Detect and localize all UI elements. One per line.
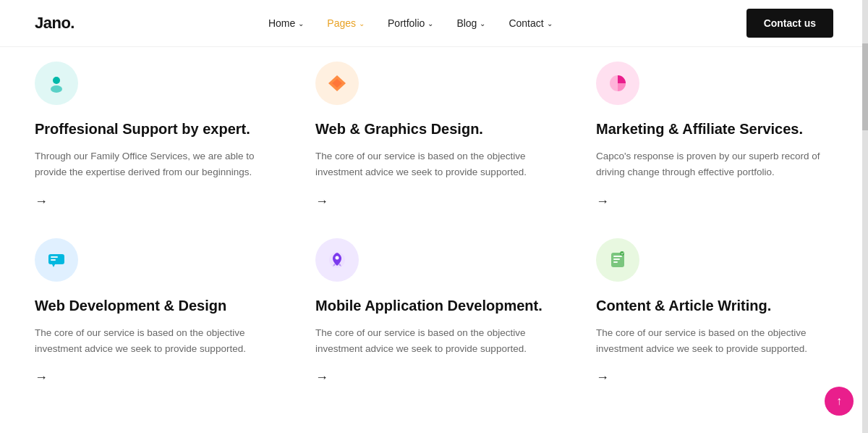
svg-rect-13 bbox=[613, 258, 620, 260]
service-arrow-4[interactable]: → bbox=[35, 370, 48, 385]
main-nav: Home ⌄ Pages ⌄ Portfolio ⌄ Blog ⌄ Contac… bbox=[268, 17, 553, 29]
svg-rect-12 bbox=[613, 256, 622, 257]
chevron-down-icon: ⌄ bbox=[427, 20, 433, 28]
scrollbar-thumb bbox=[862, 43, 868, 130]
service-card-4: Web Development & Design The core of our… bbox=[35, 238, 272, 386]
service-desc-5: The core of our service is based on the … bbox=[315, 325, 553, 358]
nav-pages[interactable]: Pages ⌄ bbox=[327, 17, 365, 29]
pie-icon bbox=[608, 73, 628, 93]
service-card-3: Marketing & Affiliate Services. Capco's … bbox=[596, 62, 833, 209]
chevron-down-icon: ⌄ bbox=[298, 20, 304, 28]
nav-contact[interactable]: Contact ⌄ bbox=[509, 17, 552, 29]
scroll-to-top-button[interactable]: ↑ bbox=[825, 387, 854, 416]
person-icon bbox=[46, 73, 67, 93]
service-card-5: Mobile Application Development. The core… bbox=[315, 238, 553, 386]
chevron-down-icon: ⌄ bbox=[359, 20, 365, 28]
nav-portfolio[interactable]: Portfolio ⌄ bbox=[388, 17, 433, 29]
logo: Jano. bbox=[35, 14, 75, 33]
svg-point-15 bbox=[620, 251, 624, 256]
chevron-down-icon: ⌄ bbox=[547, 20, 553, 28]
service-desc-4: The core of our service is based on the … bbox=[35, 325, 272, 358]
service-icon-professional-support bbox=[35, 62, 78, 105]
service-icon-web-dev bbox=[35, 238, 78, 282]
svg-rect-5 bbox=[48, 254, 64, 264]
service-title-4: Web Development & Design bbox=[35, 296, 272, 315]
service-desc-3: Capco's response is proven by our superb… bbox=[596, 148, 833, 181]
main-content: Proffesional Support by expert. Through … bbox=[0, 47, 868, 414]
svg-point-1 bbox=[51, 85, 62, 93]
rocket-icon bbox=[327, 250, 347, 270]
service-title-3: Marketing & Affiliate Services. bbox=[596, 119, 833, 138]
service-arrow-2[interactable]: → bbox=[315, 194, 328, 209]
service-title-1: Proffesional Support by expert. bbox=[35, 119, 272, 138]
service-arrow-1[interactable]: → bbox=[35, 194, 48, 209]
up-arrow-icon: ↑ bbox=[836, 395, 842, 408]
services-grid: Proffesional Support by expert. Through … bbox=[35, 62, 833, 385]
svg-point-10 bbox=[336, 256, 339, 259]
header: Jano. Home ⌄ Pages ⌄ Portfolio ⌄ Blog ⌄ … bbox=[0, 0, 868, 47]
chevron-down-icon: ⌄ bbox=[480, 20, 485, 28]
service-icon-mobile-app bbox=[315, 238, 359, 282]
service-card-2: Web & Graphics Design. The core of our s… bbox=[315, 62, 553, 209]
service-title-2: Web & Graphics Design. bbox=[315, 119, 553, 138]
scrollbar[interactable] bbox=[862, 0, 868, 433]
svg-point-0 bbox=[53, 77, 60, 84]
service-arrow-6[interactable]: → bbox=[596, 370, 609, 385]
service-desc-6: The core of our service is based on the … bbox=[596, 325, 833, 358]
svg-rect-6 bbox=[51, 256, 58, 258]
service-arrow-5[interactable]: → bbox=[315, 370, 328, 385]
diamond-icon bbox=[327, 73, 347, 93]
service-desc-1: Through our Family Office Services, we a… bbox=[35, 148, 272, 181]
svg-rect-14 bbox=[613, 261, 618, 263]
service-title-6: Content & Article Writing. bbox=[596, 296, 833, 315]
service-icon-marketing bbox=[596, 62, 639, 105]
notebook-icon bbox=[608, 250, 628, 270]
nav-blog[interactable]: Blog ⌄ bbox=[456, 17, 485, 29]
service-icon-content-writing bbox=[596, 238, 639, 282]
service-card-6: Content & Article Writing. The core of o… bbox=[596, 238, 833, 386]
svg-rect-7 bbox=[51, 259, 56, 261]
chat-icon bbox=[46, 250, 67, 270]
service-icon-web-graphics bbox=[315, 62, 359, 105]
nav-home[interactable]: Home ⌄ bbox=[268, 17, 304, 29]
service-card-1: Proffesional Support by expert. Through … bbox=[35, 62, 272, 209]
service-title-5: Mobile Application Development. bbox=[315, 296, 553, 315]
svg-marker-8 bbox=[52, 264, 55, 267]
service-arrow-3[interactable]: → bbox=[596, 194, 609, 209]
contact-us-button[interactable]: Contact us bbox=[746, 9, 833, 38]
service-desc-2: The core of our service is based on the … bbox=[315, 148, 553, 181]
